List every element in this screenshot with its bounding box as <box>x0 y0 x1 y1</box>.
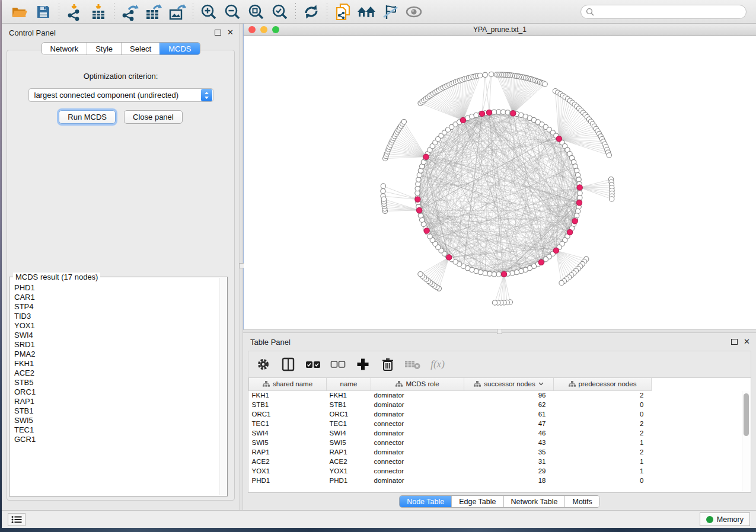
network-graph[interactable] <box>244 36 756 327</box>
table-row[interactable]: PHD1PHD1dominator180 <box>249 476 741 485</box>
show-hide-button[interactable] <box>402 2 426 22</box>
mcds-result-item[interactable]: STP4 <box>14 302 219 312</box>
horizontal-splitter[interactable] <box>243 329 756 333</box>
table-cell[interactable]: ACE2 <box>249 457 327 466</box>
deselect-all-button[interactable] <box>328 354 348 374</box>
table-cell[interactable]: YOX1 <box>249 466 327 476</box>
table-cell[interactable]: 31 <box>464 457 554 466</box>
search-box[interactable] <box>580 5 747 19</box>
browser-home-button[interactable] <box>355 2 378 22</box>
mcds-result-item[interactable]: SWI4 <box>14 331 219 340</box>
tab-select[interactable]: Select <box>121 43 160 55</box>
table-cell[interactable]: 0 <box>554 409 652 419</box>
table-cell[interactable]: STB1 <box>327 400 371 409</box>
table-row[interactable]: ORC1ORC1dominator610 <box>249 409 741 419</box>
mcds-result-item[interactable]: STB5 <box>14 378 219 387</box>
close-panel-button[interactable]: Close panel <box>124 110 183 124</box>
table-cell[interactable]: dominator <box>371 447 464 457</box>
mcds-result-item[interactable]: ORC1 <box>14 387 219 397</box>
task-history-button[interactable] <box>8 513 25 526</box>
table-cell[interactable]: connector <box>371 457 464 466</box>
flag-button[interactable] <box>378 2 402 22</box>
vertical-splitter[interactable] <box>240 24 243 510</box>
column-header[interactable]: shared name <box>249 378 327 390</box>
table-cell[interactable]: dominator <box>371 409 464 419</box>
zoom-selected-button[interactable] <box>268 2 292 22</box>
mcds-result-item[interactable]: SWI5 <box>14 416 219 425</box>
table-cell[interactable]: SWI5 <box>327 438 371 447</box>
mcds-result-item[interactable]: TEC1 <box>14 425 219 435</box>
table-cell[interactable]: PHD1 <box>249 476 327 485</box>
table-cell[interactable]: FKH1 <box>327 390 371 400</box>
table-cell[interactable]: 46 <box>464 428 554 438</box>
mcds-result-item[interactable]: YOX1 <box>14 321 219 331</box>
mcds-result-item[interactable]: STB1 <box>14 406 219 416</box>
mcds-list-scrollbar[interactable] <box>219 278 227 495</box>
table-cell[interactable]: 43 <box>464 438 554 447</box>
table-cell[interactable]: TEC1 <box>327 419 371 428</box>
table-cell[interactable]: 18 <box>464 476 554 485</box>
table-cell[interactable]: 47 <box>464 419 554 428</box>
table-cell[interactable]: SWI4 <box>327 428 371 438</box>
mcds-result-item[interactable]: PHD1 <box>14 283 219 293</box>
memory-button[interactable]: Memory <box>700 512 750 526</box>
table-cell[interactable]: ORC1 <box>249 409 327 419</box>
table-cell[interactable]: YOX1 <box>327 466 371 476</box>
table-row[interactable]: TEC1TEC1connector472 <box>249 419 741 428</box>
table-cell[interactable]: FKH1 <box>249 390 327 400</box>
column-header[interactable]: successor nodes <box>464 378 554 390</box>
table-row[interactable]: ACE2ACE2connector311 <box>249 457 741 466</box>
table-cell[interactable]: RAP1 <box>327 447 371 457</box>
select-all-button[interactable] <box>303 354 323 374</box>
save-session-button[interactable] <box>31 2 55 22</box>
delete-columns-button[interactable] <box>378 354 398 374</box>
table-cell[interactable]: dominator <box>371 476 464 485</box>
table-row[interactable]: RAP1RAP1dominator352 <box>249 447 741 457</box>
window-minimize-button[interactable] <box>260 26 267 33</box>
mcds-result-item[interactable]: PMA2 <box>14 350 219 359</box>
table-cell[interactable]: ACE2 <box>327 457 371 466</box>
mcds-result-item[interactable]: CAR1 <box>14 293 219 302</box>
mcds-result-item[interactable]: TID3 <box>14 312 219 321</box>
tab-network-table[interactable]: Network Table <box>503 496 565 507</box>
table-cell[interactable]: 96 <box>464 390 554 400</box>
import-network-button[interactable] <box>63 2 87 22</box>
table-cell[interactable]: SWI4 <box>249 428 327 438</box>
float-panel-icon[interactable] <box>731 339 738 345</box>
network-canvas[interactable] <box>244 36 756 329</box>
table-cell[interactable]: dominator <box>371 390 464 400</box>
table-cell[interactable]: ORC1 <box>327 409 371 419</box>
tab-edge-table[interactable]: Edge Table <box>451 496 503 507</box>
mcds-result-item[interactable]: SRD1 <box>14 340 219 350</box>
table-cell[interactable]: 2 <box>554 428 652 438</box>
table-cell[interactable]: PHD1 <box>327 476 371 485</box>
column-header[interactable]: name <box>327 378 371 390</box>
window-close-button[interactable] <box>248 26 256 33</box>
table-cell[interactable]: 1 <box>554 466 652 476</box>
table-cell[interactable]: 1 <box>554 457 652 466</box>
close-panel-icon[interactable]: ✕ <box>227 30 234 36</box>
open-session-button[interactable] <box>8 2 31 22</box>
export-image-button[interactable] <box>165 2 189 22</box>
column-header[interactable]: predecessor nodes <box>554 378 652 390</box>
criterion-dropdown[interactable]: largest connected component (undirected) <box>28 88 213 102</box>
run-mcds-button[interactable]: Run MCDS <box>59 110 116 124</box>
table-cell[interactable]: 29 <box>464 466 554 476</box>
new-network-from-selection-button[interactable] <box>331 2 355 22</box>
tab-style[interactable]: Style <box>87 43 121 55</box>
mcds-result-item[interactable]: ACE2 <box>14 368 219 378</box>
tab-node-table[interactable]: Node Table <box>400 496 451 507</box>
export-table-button[interactable] <box>142 2 165 22</box>
float-panel-icon[interactable] <box>215 30 221 36</box>
mcds-result-item[interactable]: FKH1 <box>14 359 219 368</box>
apply-layout-button[interactable] <box>299 2 323 22</box>
table-cell[interactable]: TEC1 <box>249 419 327 428</box>
table-cell[interactable]: connector <box>371 419 464 428</box>
table-cell[interactable]: connector <box>371 438 464 447</box>
table-cell[interactable]: dominator <box>371 428 464 438</box>
table-cell[interactable]: 61 <box>464 409 554 419</box>
add-column-button[interactable] <box>353 354 373 374</box>
search-input[interactable] <box>597 8 741 16</box>
table-cell[interactable]: 2 <box>554 447 652 457</box>
column-header[interactable]: MCDS role <box>371 378 464 390</box>
